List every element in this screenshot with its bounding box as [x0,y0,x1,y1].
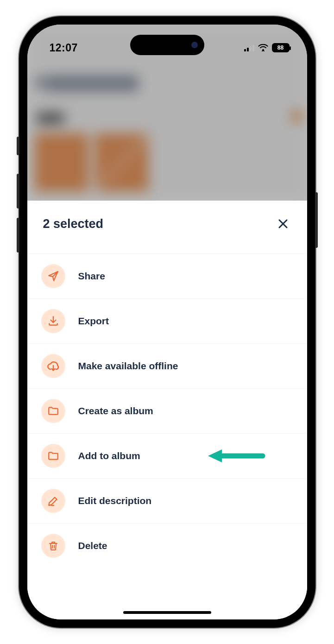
mute-switch [17,137,19,155]
action-sheet: 2 selected Share [27,201,307,619]
sheet-title: 2 selected [43,217,104,231]
svg-marker-2 [208,449,222,462]
home-indicator[interactable] [123,611,211,614]
menu-label: Edit description [78,495,152,506]
share-icon [41,264,65,288]
menu-item-export[interactable]: Export [27,299,307,344]
menu-item-delete[interactable]: Delete [27,524,307,568]
volume-up [17,174,19,208]
power-button [315,192,318,248]
menu-label: Add to album [78,450,140,461]
folder-icon [41,444,65,468]
edit-icon [41,489,65,513]
status-time: 12:07 [50,42,78,54]
wifi-icon [258,44,268,51]
trash-icon [41,534,65,558]
export-icon [41,309,65,333]
battery-icon: 88 [272,43,290,52]
status-right: 88 [244,43,290,52]
close-icon [277,218,289,229]
sheet-header: 2 selected [27,201,307,245]
phone-frame: 12:07 88 2 selected [19,16,315,628]
menu-item-offline[interactable]: Make available offline [27,344,307,389]
menu-list: Share Export [27,253,307,568]
menu-item-add-to-album[interactable]: Add to album [27,434,307,479]
menu-item-create-album[interactable]: Create as album [27,389,307,434]
screen: 12:07 88 2 selected [27,25,307,619]
annotation-arrow-icon [206,447,266,465]
menu-label: Delete [78,540,107,551]
cellular-icon [244,44,254,51]
volume-down [17,218,19,253]
folder-icon [41,399,65,423]
menu-item-share[interactable]: Share [27,253,307,299]
close-button[interactable] [276,216,290,231]
menu-label: Make available offline [78,360,178,372]
menu-label: Create as album [78,405,153,417]
svg-point-0 [262,49,264,51]
menu-label: Share [78,271,105,282]
cloud-download-icon [41,354,65,378]
dynamic-island [130,35,204,55]
menu-label: Export [78,316,109,327]
menu-item-edit-description[interactable]: Edit description [27,479,307,524]
